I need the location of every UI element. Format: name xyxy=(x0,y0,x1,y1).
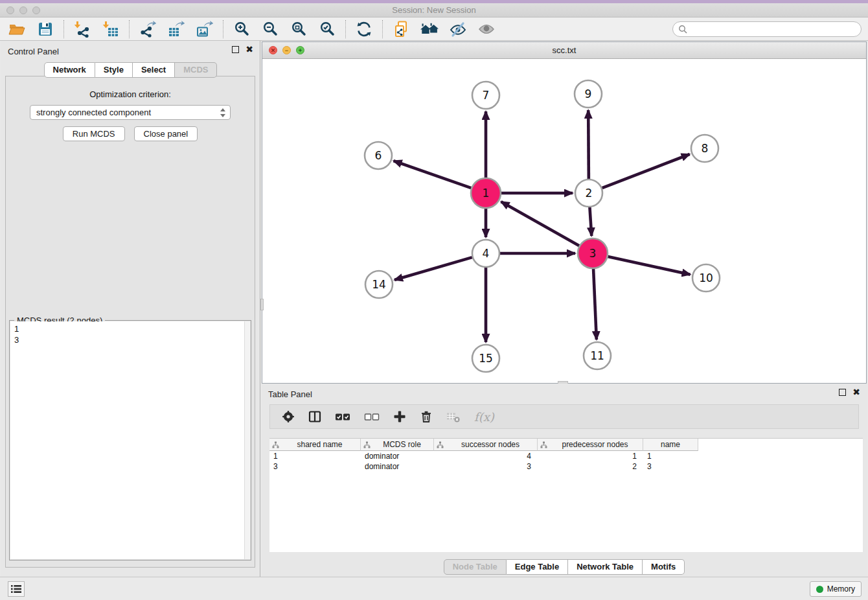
graph-node-6[interactable]: 6 xyxy=(365,142,392,169)
tab-mcds[interactable]: MCDS xyxy=(175,62,217,78)
deselect-checkboxes-button[interactable] xyxy=(364,410,380,423)
table-panel-title: Table Panel xyxy=(268,389,312,399)
save-session-button[interactable] xyxy=(34,19,57,40)
table-cell: 3 xyxy=(269,462,361,471)
network-from-selection-button[interactable] xyxy=(389,19,413,40)
table-row[interactable]: 3dominator323 xyxy=(269,461,863,472)
hierarchy-icon xyxy=(437,441,444,448)
table-cell: 3 xyxy=(434,462,538,471)
refresh-icon xyxy=(356,21,372,38)
svg-text:9: 9 xyxy=(585,87,592,100)
edge-1-6[interactable] xyxy=(394,161,472,188)
import-table-button[interactable] xyxy=(99,19,122,40)
zoom-selected-button[interactable] xyxy=(315,19,339,40)
add-column-button[interactable] xyxy=(393,410,406,423)
column-header-label: name xyxy=(643,440,698,449)
svg-text:14: 14 xyxy=(372,278,386,291)
column-header-successor-nodes[interactable]: successor nodes xyxy=(434,439,538,451)
tab-select[interactable]: Select xyxy=(133,62,175,78)
delete-column-button[interactable] xyxy=(420,410,433,423)
edge-3-1[interactable] xyxy=(501,202,580,246)
column-header-mcds-role[interactable]: MCDS role xyxy=(361,439,434,451)
network-canvas[interactable]: 7968124314101511 xyxy=(262,59,866,383)
edge-2-3[interactable] xyxy=(589,207,591,236)
chevron-up-down-icon xyxy=(220,108,226,118)
select-all-checkboxes-button[interactable] xyxy=(335,410,350,423)
graph-node-7[interactable]: 7 xyxy=(472,82,499,109)
criterion-selected-value: strongly connected component xyxy=(36,108,151,117)
svg-text:1: 1 xyxy=(483,187,490,200)
delete-column-icon xyxy=(420,410,433,423)
show-panels-button[interactable] xyxy=(475,19,498,40)
svg-text:8: 8 xyxy=(702,142,709,155)
open-session-button[interactable] xyxy=(5,19,29,40)
zoom-in-button[interactable] xyxy=(230,19,253,40)
graph-node-8[interactable]: 8 xyxy=(691,135,718,162)
run-mcds-button[interactable]: Run MCDS xyxy=(63,126,125,141)
edge-2-8[interactable] xyxy=(602,154,690,188)
graph-node-15[interactable]: 15 xyxy=(472,345,499,372)
table-cell: 2 xyxy=(538,462,643,471)
export-image-icon xyxy=(196,21,213,38)
hide-panels-button[interactable] xyxy=(446,19,470,40)
memory-label: Memory xyxy=(827,584,855,594)
hierarchy-icon xyxy=(272,441,279,448)
edge-4-14[interactable] xyxy=(394,257,472,280)
delete-table-button[interactable] xyxy=(446,410,461,423)
edge-3-10[interactable] xyxy=(608,257,690,275)
mcds-result-area[interactable]: 1 3 xyxy=(10,321,250,559)
memory-button[interactable]: Memory xyxy=(810,581,862,597)
mcds-panel: Optimization criterion: strongly connect… xyxy=(5,76,255,568)
float-table-panel-icon[interactable] xyxy=(839,389,846,396)
table-cell: dominator xyxy=(361,462,434,471)
graph-node-11[interactable]: 11 xyxy=(584,342,611,369)
network-from-selection-icon xyxy=(393,21,409,38)
column-header-name[interactable]: name xyxy=(643,439,698,451)
zoom-fit-button[interactable] xyxy=(287,19,310,40)
close-panel-icon[interactable]: ✖ xyxy=(246,46,253,53)
tab-edge-table[interactable]: Edge Table xyxy=(507,559,568,575)
graph-node-4[interactable]: 4 xyxy=(472,240,499,267)
close-table-panel-icon[interactable]: ✖ xyxy=(852,389,860,396)
column-header-predecessor-nodes[interactable]: predecessor nodes xyxy=(538,439,643,451)
refresh-button[interactable] xyxy=(352,19,376,40)
search-input[interactable] xyxy=(687,23,861,36)
graph-node-10[interactable]: 10 xyxy=(692,264,720,292)
export-table-button[interactable] xyxy=(165,19,188,40)
tab-network-table[interactable]: Network Table xyxy=(568,559,643,575)
graph-node-14[interactable]: 14 xyxy=(365,271,393,298)
graph-node-1[interactable]: 1 xyxy=(471,178,501,208)
svg-text:10: 10 xyxy=(699,271,713,284)
tab-motifs[interactable]: Motifs xyxy=(643,559,685,575)
window-title: Session: New Session xyxy=(0,5,868,15)
left-splitter-grip[interactable] xyxy=(260,299,264,310)
graph-node-3[interactable]: 3 xyxy=(578,238,608,268)
import-network-button[interactable] xyxy=(71,19,94,40)
close-panel-button[interactable]: Close panel xyxy=(134,126,198,141)
tab-network[interactable]: Network xyxy=(44,62,95,78)
edge-2-9[interactable] xyxy=(588,110,589,179)
home-layout-button[interactable] xyxy=(418,19,441,40)
delete-table-icon xyxy=(446,410,461,423)
criterion-select[interactable]: strongly connected component xyxy=(30,105,231,120)
table-row[interactable]: 1dominator411 xyxy=(269,451,863,461)
edge-3-11[interactable] xyxy=(593,269,597,340)
graph-node-9[interactable]: 9 xyxy=(575,80,602,108)
show-panels-icon xyxy=(478,21,495,38)
tab-style[interactable]: Style xyxy=(95,62,133,78)
float-panel-icon[interactable] xyxy=(232,46,239,53)
function-builder-button[interactable]: f(x) xyxy=(474,410,494,424)
export-image-button[interactable] xyxy=(193,19,216,40)
column-header-shared-name[interactable]: shared name xyxy=(269,439,361,451)
gear-button[interactable] xyxy=(282,410,295,423)
graph-node-2[interactable]: 2 xyxy=(575,179,602,207)
task-history-button[interactable] xyxy=(8,581,25,597)
export-network-button[interactable] xyxy=(136,19,159,40)
tab-node-table[interactable]: Node Table xyxy=(444,559,507,575)
zoom-out-button[interactable] xyxy=(258,19,282,40)
search-box[interactable] xyxy=(672,21,862,37)
node-table: shared nameMCDS rolesuccessor nodesprede… xyxy=(269,438,863,552)
split-columns-button[interactable] xyxy=(308,410,321,423)
network-graph[interactable]: 7968124314101511 xyxy=(262,59,866,383)
result-scrollbar[interactable] xyxy=(244,321,250,559)
